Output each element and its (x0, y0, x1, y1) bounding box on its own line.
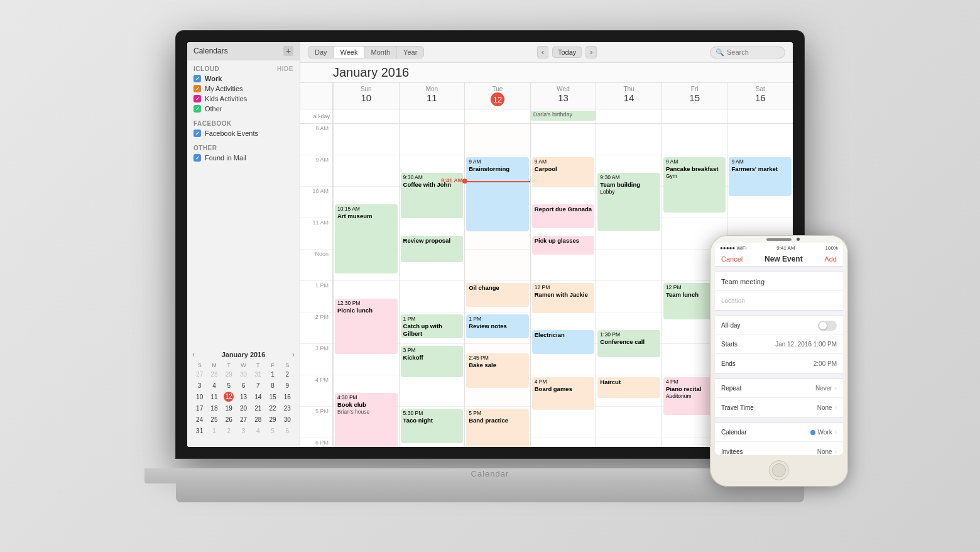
iphone-repeat-field[interactable]: Repeat Never › (715, 379, 843, 398)
mini-cal-next[interactable]: › (292, 350, 295, 359)
view-day-button[interactable]: Day (308, 47, 334, 58)
mini-day[interactable]: 26 (222, 414, 236, 426)
work-checkbox[interactable] (193, 75, 201, 82)
mini-day[interactable]: 30 (236, 369, 251, 380)
mini-day[interactable]: 29 (222, 369, 236, 380)
event-conference-call[interactable]: 1:30 PM Conference call (597, 330, 660, 357)
mini-day[interactable]: 3 (236, 426, 251, 437)
mini-day[interactable]: 20 (236, 403, 251, 414)
nav-next-button[interactable]: › (585, 46, 597, 58)
mini-day[interactable]: 27 (192, 369, 207, 380)
calendar-item-kidsactivities[interactable]: Kids Activities (187, 94, 300, 104)
event-farmers-market[interactable]: 9 AM Farmers' market (729, 157, 792, 196)
calendar-item-found-in-mail[interactable]: Found in Mail (187, 153, 300, 163)
calendar-item-other[interactable]: Other (187, 104, 300, 114)
iphone-location-field[interactable]: Location (715, 291, 843, 310)
other-checkbox[interactable] (193, 105, 201, 113)
calendar-item-work[interactable]: Work (187, 74, 300, 84)
mini-day[interactable]: 21 (251, 403, 265, 414)
event-haircut[interactable]: Haircut (597, 377, 660, 398)
event-picnic-lunch[interactable]: 12:30 PM Picnic lunch (335, 299, 398, 354)
mini-day[interactable]: 27 (236, 414, 251, 426)
mini-day[interactable]: 16 (280, 392, 295, 403)
event-book-club[interactable]: 4:30 PM Book club Brian's house (335, 393, 398, 447)
mini-day[interactable]: 6 (236, 380, 251, 392)
iphone-ends-field[interactable]: Ends 2:00 PM (715, 354, 843, 373)
mini-day[interactable]: 23 (280, 403, 295, 414)
event-review-proposal[interactable]: Review proposal (401, 236, 464, 262)
iphone-cancel-button[interactable]: Cancel (721, 255, 743, 263)
allday-toggle[interactable] (818, 321, 837, 331)
nav-prev-button[interactable]: ‹ (537, 46, 548, 58)
mini-day[interactable]: 19 (222, 403, 236, 414)
mini-day[interactable]: 25 (207, 414, 221, 426)
iphone-invitees-field[interactable]: Invitees None › (715, 442, 843, 455)
iphone-travel-field[interactable]: Travel Time None › (715, 398, 843, 417)
mini-day[interactable]: 22 (265, 403, 280, 414)
mini-day[interactable]: 28 (251, 414, 265, 426)
add-calendar-button[interactable]: + (283, 46, 293, 56)
mini-day[interactable]: 2 (280, 369, 295, 380)
mini-day[interactable]: 28 (207, 369, 221, 380)
iphone-starts-field[interactable]: Starts Jan 12, 2016 1:00 PM (715, 335, 843, 354)
event-report-due[interactable]: Report due Granada (532, 204, 595, 228)
kidsactivities-checkbox[interactable] (193, 95, 201, 102)
search-input[interactable] (727, 48, 777, 56)
event-title-input[interactable]: Team meeting (721, 278, 837, 285)
found-in-mail-checkbox[interactable] (193, 154, 201, 162)
event-carpool[interactable]: 9 AM Carpool (532, 157, 595, 187)
event-pick-up-glasses[interactable]: Pick up glasses (532, 236, 595, 255)
mini-day[interactable]: 5 (222, 380, 236, 392)
event-oil-change[interactable]: Oil change (466, 283, 529, 307)
mini-day[interactable]: 10 (192, 392, 207, 403)
event-pancake-breakfast[interactable]: 9 AM Pancake breakfast Gym (663, 157, 726, 213)
mini-day[interactable]: 15 (265, 392, 280, 403)
mini-day[interactable]: 17 (192, 403, 207, 414)
event-team-building[interactable]: 9:30 AM Team building Lobby (597, 173, 660, 231)
myactivities-checkbox[interactable] (193, 85, 201, 92)
mini-day[interactable]: 31 (192, 426, 207, 437)
mini-day[interactable]: 9 (280, 380, 295, 392)
event-board-games[interactable]: 4 PM Board games (532, 377, 595, 410)
mini-day[interactable]: 4 (207, 380, 221, 392)
event-brainstorming[interactable]: 9 AM Brainstorming (466, 157, 529, 231)
event-ramen-jackie[interactable]: 12 PM Ramen with Jackie (532, 283, 595, 313)
event-band-practice[interactable]: 5 PM Band practice (466, 409, 529, 447)
mini-day[interactable]: 11 (207, 392, 221, 403)
event-bake-sale[interactable]: 2:45 PM Bake sale (466, 353, 529, 388)
mini-day[interactable]: 1 (265, 369, 280, 380)
mini-day[interactable]: 31 (251, 369, 265, 380)
event-catch-up-gilbert[interactable]: 1 PM Catch up with Gilbert (401, 314, 464, 338)
view-year-button[interactable]: Year (397, 47, 423, 58)
mini-day[interactable]: 24 (192, 414, 207, 426)
mini-cal-prev[interactable]: ‹ (192, 350, 195, 359)
mini-day[interactable]: 2 (222, 426, 236, 437)
calendar-item-facebook-events[interactable]: Facebook Events (187, 128, 300, 138)
mini-day[interactable]: 14 (251, 392, 265, 403)
allday-event-darlas-birthday[interactable]: Darla's birthday (531, 111, 596, 121)
today-button[interactable]: Today (552, 47, 582, 58)
mini-day[interactable]: 13 (236, 392, 251, 403)
search-box[interactable]: 🔍 (710, 47, 785, 58)
mini-day[interactable]: 8 (265, 380, 280, 392)
iphone-calendar-field[interactable]: Calendar Work › (715, 423, 843, 442)
iphone-add-button[interactable]: Add (824, 255, 837, 263)
iphone-event-title-field[interactable]: Team meeting (715, 272, 843, 291)
mini-day-today[interactable]: 12 (224, 392, 234, 402)
mini-day[interactable]: 3 (192, 380, 207, 392)
mini-day[interactable]: 29 (265, 414, 280, 426)
calendar-item-myactivities[interactable]: My Activities (187, 84, 300, 94)
mini-day[interactable]: 30 (280, 414, 295, 426)
event-review-notes[interactable]: 1 PM Review notes (466, 314, 529, 338)
mini-day[interactable]: 5 (265, 426, 280, 437)
view-week-button[interactable]: Week (334, 47, 365, 58)
mini-day[interactable]: 1 (207, 426, 221, 437)
event-kickoff[interactable]: 3 PM Kickoff (401, 346, 464, 377)
view-month-button[interactable]: Month (364, 47, 397, 58)
facebook-events-checkbox[interactable] (193, 130, 201, 137)
event-electrician[interactable]: Electrician (532, 330, 595, 354)
event-art-museum[interactable]: 10:15 AM Art museum (335, 204, 398, 273)
mini-day[interactable]: 6 (280, 426, 295, 437)
iphone-home-button[interactable] (769, 460, 789, 480)
mini-day[interactable]: 18 (207, 403, 221, 414)
